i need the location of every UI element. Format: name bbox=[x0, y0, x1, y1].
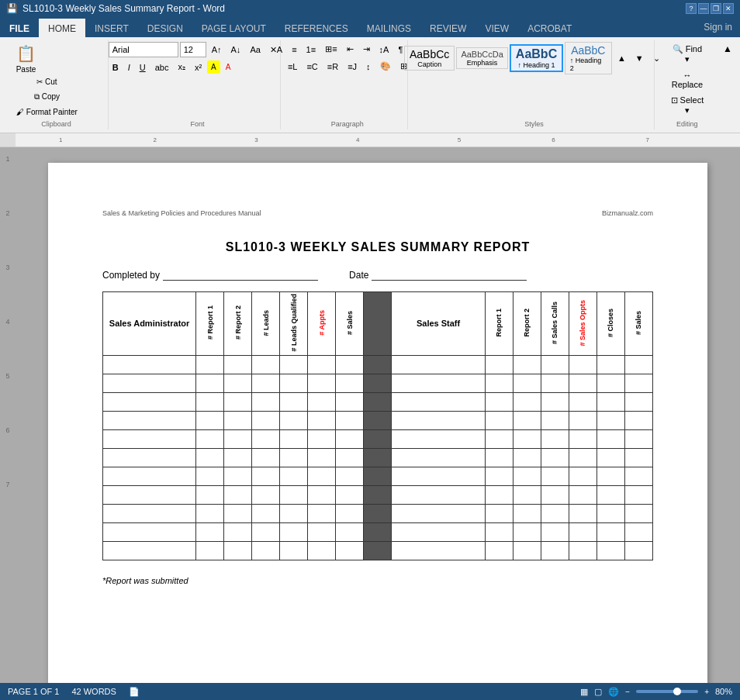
align-left-button[interactable]: ≡L bbox=[284, 59, 302, 74]
sort-button[interactable]: ↕A bbox=[375, 42, 393, 57]
table-cell[interactable] bbox=[485, 448, 513, 467]
tab-insert[interactable]: INSERT bbox=[85, 19, 138, 37]
style-heading2[interactable]: AaBbC ↑ Heading 2 bbox=[565, 42, 612, 74]
table-cell[interactable] bbox=[224, 504, 252, 522]
view-layout-icon[interactable]: ▦ bbox=[580, 687, 588, 697]
replace-button[interactable]: ↔ Replace bbox=[666, 68, 709, 91]
strikethrough-button[interactable]: abc bbox=[151, 60, 173, 74]
table-cell[interactable] bbox=[541, 355, 569, 374]
table-cell[interactable] bbox=[485, 374, 513, 392]
paste-button[interactable]: 📋 bbox=[9, 42, 43, 65]
line-spacing-button[interactable]: ↕ bbox=[362, 59, 375, 74]
table-cell[interactable] bbox=[485, 541, 513, 560]
table-cell[interactable] bbox=[624, 374, 652, 392]
table-cell[interactable] bbox=[541, 448, 569, 467]
table-cell[interactable] bbox=[196, 429, 224, 448]
table-cell[interactable] bbox=[336, 448, 364, 467]
tab-design[interactable]: DESIGN bbox=[138, 19, 192, 37]
table-cell[interactable] bbox=[308, 374, 336, 392]
table-cell[interactable] bbox=[252, 355, 280, 374]
date-value[interactable] bbox=[372, 270, 527, 281]
table-cell[interactable] bbox=[392, 411, 485, 429]
table-cell[interactable] bbox=[541, 504, 569, 522]
table-cell[interactable] bbox=[569, 448, 596, 467]
bullets-button[interactable]: ≡ bbox=[288, 42, 300, 57]
table-cell[interactable] bbox=[513, 504, 541, 522]
change-case-button[interactable]: Aa bbox=[246, 43, 264, 57]
find-button[interactable]: 🔍 Find ▾ bbox=[666, 42, 709, 67]
table-cell[interactable] bbox=[252, 392, 280, 411]
table-cell[interactable] bbox=[392, 504, 485, 522]
table-cell[interactable] bbox=[569, 522, 596, 541]
table-cell[interactable] bbox=[308, 467, 336, 485]
table-cell[interactable] bbox=[196, 411, 224, 429]
table-cell[interactable] bbox=[224, 429, 252, 448]
table-cell[interactable] bbox=[196, 541, 224, 560]
document-area[interactable]: Sales & Marketing Policies and Procedure… bbox=[16, 147, 740, 700]
table-cell[interactable] bbox=[252, 541, 280, 560]
justify-button[interactable]: ≡J bbox=[344, 59, 361, 74]
table-cell[interactable] bbox=[513, 411, 541, 429]
tab-mailings[interactable]: MAILINGS bbox=[358, 19, 420, 37]
table-cell[interactable] bbox=[103, 541, 196, 560]
decrease-indent-button[interactable]: ⇤ bbox=[343, 42, 358, 57]
table-cell[interactable] bbox=[485, 429, 513, 448]
table-cell[interactable] bbox=[392, 541, 485, 560]
table-cell[interactable] bbox=[392, 355, 485, 374]
table-cell[interactable] bbox=[196, 374, 224, 392]
tab-view[interactable]: VIEW bbox=[475, 19, 518, 37]
table-cell[interactable] bbox=[103, 448, 196, 467]
table-cell[interactable] bbox=[569, 374, 596, 392]
table-cell[interactable] bbox=[392, 467, 485, 485]
table-cell[interactable] bbox=[252, 429, 280, 448]
bold-button[interactable]: B bbox=[109, 60, 123, 74]
table-cell[interactable] bbox=[336, 541, 364, 560]
table-cell[interactable] bbox=[103, 467, 196, 485]
table-cell[interactable] bbox=[308, 504, 336, 522]
table-cell[interactable] bbox=[513, 522, 541, 541]
decrease-font-button[interactable]: A↓ bbox=[227, 43, 245, 57]
increase-indent-button[interactable]: ⇥ bbox=[359, 42, 374, 57]
table-cell[interactable] bbox=[280, 522, 308, 541]
table-cell[interactable] bbox=[196, 522, 224, 541]
font-color-button[interactable]: A bbox=[222, 60, 235, 74]
subscript-button[interactable]: x₂ bbox=[174, 60, 189, 74]
table-cell[interactable] bbox=[596, 355, 624, 374]
table-cell[interactable] bbox=[280, 467, 308, 485]
table-cell[interactable] bbox=[280, 504, 308, 522]
table-cell[interactable] bbox=[224, 355, 252, 374]
table-cell[interactable] bbox=[103, 392, 196, 411]
table-cell[interactable] bbox=[336, 411, 364, 429]
table-cell[interactable] bbox=[280, 392, 308, 411]
multilevel-button[interactable]: ⊞≡ bbox=[321, 42, 341, 57]
table-cell[interactable] bbox=[336, 392, 364, 411]
table-cell[interactable] bbox=[280, 374, 308, 392]
table-cell[interactable] bbox=[624, 355, 652, 374]
table-cell[interactable] bbox=[224, 374, 252, 392]
table-cell[interactable] bbox=[196, 504, 224, 522]
table-cell[interactable] bbox=[569, 541, 596, 560]
tab-references[interactable]: REFERENCES bbox=[275, 19, 358, 37]
table-cell[interactable] bbox=[392, 392, 485, 411]
table-cell[interactable] bbox=[513, 448, 541, 467]
table-cell[interactable] bbox=[224, 392, 252, 411]
view-web-icon[interactable]: 🌐 bbox=[608, 687, 619, 697]
format-painter-button[interactable]: 🖌 Format Painter bbox=[12, 105, 81, 119]
table-cell[interactable] bbox=[103, 429, 196, 448]
table-cell[interactable] bbox=[224, 522, 252, 541]
superscript-button[interactable]: x² bbox=[191, 60, 206, 74]
minimize-button[interactable]: — bbox=[698, 3, 709, 14]
table-cell[interactable] bbox=[280, 448, 308, 467]
select-button[interactable]: ⊡ Select ▾ bbox=[666, 93, 709, 118]
font-name-input[interactable] bbox=[109, 42, 178, 57]
table-cell[interactable] bbox=[485, 392, 513, 411]
table-cell[interactable] bbox=[308, 448, 336, 467]
table-cell[interactable] bbox=[336, 504, 364, 522]
table-cell[interactable] bbox=[596, 467, 624, 485]
table-cell[interactable] bbox=[624, 448, 652, 467]
table-cell[interactable] bbox=[624, 522, 652, 541]
table-cell[interactable] bbox=[485, 522, 513, 541]
tab-home[interactable]: HOME bbox=[39, 19, 85, 37]
table-cell[interactable] bbox=[596, 522, 624, 541]
table-cell[interactable] bbox=[513, 374, 541, 392]
